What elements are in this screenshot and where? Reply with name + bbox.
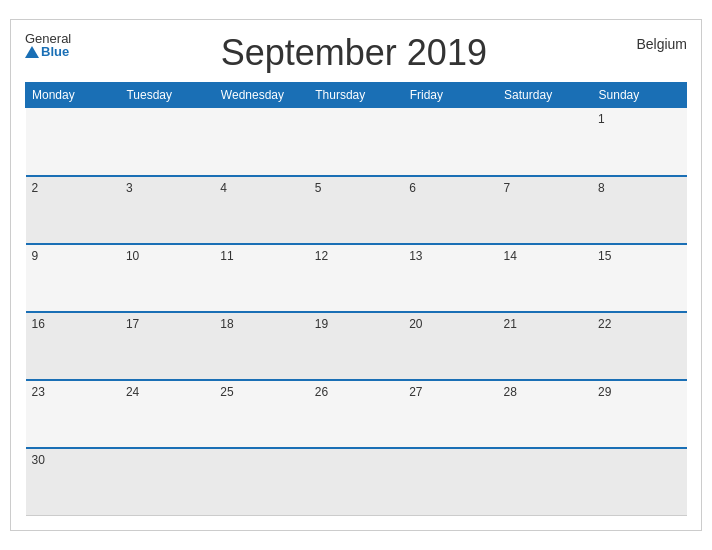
calendar-title: September 2019 [71, 32, 636, 74]
day-cell-5: 5 [309, 176, 403, 244]
day-cell-24: 24 [120, 380, 214, 448]
empty-cell [214, 108, 308, 176]
day-cell-25: 25 [214, 380, 308, 448]
empty-cell [120, 108, 214, 176]
day-cell-26: 26 [309, 380, 403, 448]
day-cell-19: 19 [309, 312, 403, 380]
day-cell-11: 11 [214, 244, 308, 312]
header-thursday: Thursday [309, 83, 403, 108]
header-saturday: Saturday [498, 83, 592, 108]
day-cell-16: 16 [26, 312, 120, 380]
day-cell-23: 23 [26, 380, 120, 448]
day-cell-4: 4 [214, 176, 308, 244]
week-row-5: 23242526272829 [26, 380, 687, 448]
day-cell-28: 28 [498, 380, 592, 448]
calendar-table: Monday Tuesday Wednesday Thursday Friday… [25, 82, 687, 516]
day-cell-17: 17 [120, 312, 214, 380]
calendar-country: Belgium [636, 32, 687, 52]
week-row-4: 16171819202122 [26, 312, 687, 380]
day-cell-15: 15 [592, 244, 686, 312]
weekday-header-row: Monday Tuesday Wednesday Thursday Friday… [26, 83, 687, 108]
empty-cell [214, 448, 308, 516]
header-monday: Monday [26, 83, 120, 108]
header-tuesday: Tuesday [120, 83, 214, 108]
day-cell-21: 21 [498, 312, 592, 380]
day-cell-29: 29 [592, 380, 686, 448]
day-cell-2: 2 [26, 176, 120, 244]
header-sunday: Sunday [592, 83, 686, 108]
empty-cell [498, 448, 592, 516]
logo-triangle-icon [25, 46, 39, 58]
calendar-body: 1234567891011121314151617181920212223242… [26, 108, 687, 516]
logo: General Blue [25, 32, 71, 58]
empty-cell [403, 448, 497, 516]
week-row-6: 30 [26, 448, 687, 516]
empty-cell [309, 108, 403, 176]
day-cell-7: 7 [498, 176, 592, 244]
empty-cell [309, 448, 403, 516]
header-wednesday: Wednesday [214, 83, 308, 108]
week-row-1: 1 [26, 108, 687, 176]
day-cell-20: 20 [403, 312, 497, 380]
day-cell-8: 8 [592, 176, 686, 244]
day-cell-12: 12 [309, 244, 403, 312]
empty-cell [403, 108, 497, 176]
day-cell-9: 9 [26, 244, 120, 312]
day-cell-1: 1 [592, 108, 686, 176]
header-friday: Friday [403, 83, 497, 108]
week-row-3: 9101112131415 [26, 244, 687, 312]
empty-cell [498, 108, 592, 176]
day-cell-13: 13 [403, 244, 497, 312]
empty-cell [120, 448, 214, 516]
logo-blue-text: Blue [25, 45, 71, 58]
empty-cell [26, 108, 120, 176]
calendar-header: General Blue September 2019 Belgium [25, 32, 687, 74]
empty-cell [592, 448, 686, 516]
day-cell-18: 18 [214, 312, 308, 380]
calendar-container: General Blue September 2019 Belgium Mond… [10, 19, 702, 531]
day-cell-27: 27 [403, 380, 497, 448]
day-cell-30: 30 [26, 448, 120, 516]
day-cell-22: 22 [592, 312, 686, 380]
day-cell-6: 6 [403, 176, 497, 244]
day-cell-14: 14 [498, 244, 592, 312]
week-row-2: 2345678 [26, 176, 687, 244]
day-cell-3: 3 [120, 176, 214, 244]
day-cell-10: 10 [120, 244, 214, 312]
